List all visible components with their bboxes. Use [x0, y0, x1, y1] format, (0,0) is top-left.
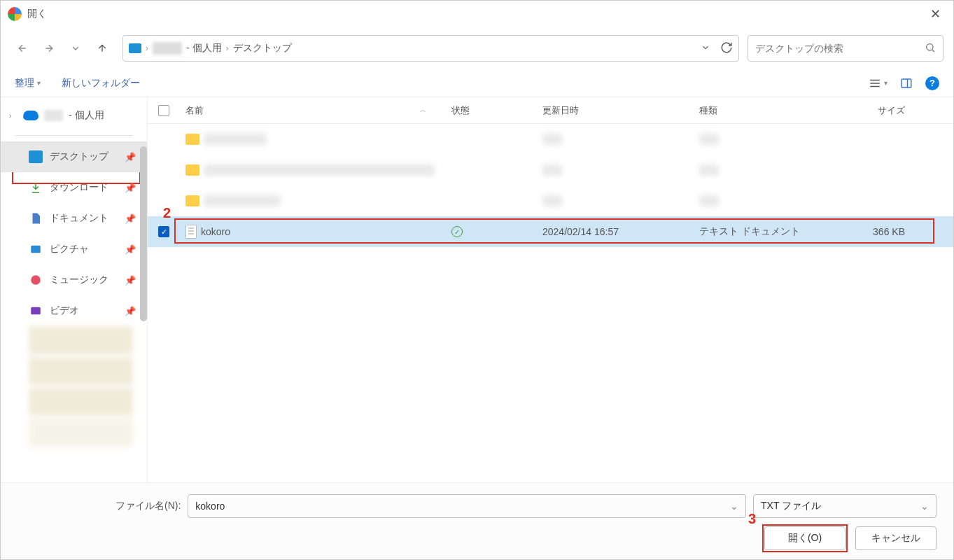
column-type[interactable]: 種類	[694, 104, 827, 117]
file-type: テキスト ドキュメント	[694, 225, 827, 238]
chevron-down-icon[interactable]: ⌄	[730, 500, 738, 512]
text-file-icon	[185, 225, 197, 239]
sidebar-item-documents[interactable]: ドキュメント 📌	[1, 203, 147, 234]
file-list-header: 名前︿ 状態 更新日時 種類 サイズ	[148, 97, 953, 124]
sidebar-item-pictures[interactable]: ピクチャ 📌	[1, 234, 147, 265]
pc-icon	[129, 43, 141, 53]
folder-icon	[185, 164, 199, 176]
file-size: 366 KB	[827, 226, 911, 237]
file-type-filter[interactable]: TXT ファイル ⌄	[753, 494, 937, 518]
svg-rect-1	[902, 79, 911, 88]
music-icon	[29, 274, 43, 286]
view-mode-button[interactable]: ▾	[869, 77, 888, 90]
filter-value: TXT ファイル	[761, 500, 821, 512]
breadcrumb-desktop[interactable]: デスクトップ	[233, 42, 292, 55]
pin-icon[interactable]: 📌	[125, 306, 136, 316]
new-folder-button[interactable]: 新しいフォルダー	[62, 77, 140, 90]
column-date[interactable]: 更新日時	[537, 104, 694, 117]
sidebar: › x - 個人用 1 デスクトップ 📌 ダウンロード 📌 ドキュメント 📌 ピ…	[1, 97, 148, 482]
filename-input[interactable]: kokoro ⌄	[188, 494, 746, 518]
chevron-right-icon: ›	[146, 43, 148, 53]
column-status[interactable]: 状態	[446, 104, 537, 117]
breadcrumb-user[interactable]: xx	[153, 42, 182, 55]
up-button[interactable]	[90, 36, 114, 60]
open-button[interactable]: 開く(O)	[764, 526, 846, 550]
svg-rect-4	[31, 307, 41, 315]
pin-icon[interactable]: 📌	[125, 152, 136, 162]
bottom-bar: ファイル名(N): kokoro ⌄ TXT ファイル ⌄ 3 開く(O) キャ…	[1, 482, 953, 559]
sidebar-item-music[interactable]: ミュージック 📌	[1, 265, 147, 295]
main-area: › x - 個人用 1 デスクトップ 📌 ダウンロード 📌 ドキュメント 📌 ピ…	[1, 97, 953, 482]
sidebar-item-label: ドキュメント	[50, 212, 108, 225]
file-row-blur[interactable]: xxxx xxxx xxxx	[148, 124, 953, 155]
svg-rect-2	[31, 246, 41, 253]
desktop-icon	[29, 150, 43, 163]
file-row-kokoro[interactable]: ✓ kokoro ✓ 2024/02/14 16:57 テキスト ドキュメント …	[148, 216, 953, 247]
breadcrumb-personal[interactable]: - 個人用	[186, 42, 222, 55]
sidebar-item-blur[interactable]	[29, 388, 133, 416]
forward-button[interactable]	[37, 36, 61, 60]
pin-icon[interactable]: 📌	[125, 275, 136, 286]
picture-icon	[29, 243, 43, 255]
document-icon	[29, 212, 43, 225]
organize-button[interactable]: 整理▾	[15, 77, 41, 90]
sidebar-item-label: ピクチャ	[50, 243, 89, 255]
search-icon[interactable]	[925, 42, 936, 55]
file-date: 2024/02/14 16:57	[537, 226, 694, 237]
annotation-3: 3	[748, 511, 756, 527]
chevron-right-icon[interactable]: ›	[9, 111, 17, 120]
sidebar-item-blur[interactable]	[29, 357, 133, 385]
recent-dropdown-icon[interactable]	[64, 36, 87, 60]
sidebar-item-videos[interactable]: ビデオ 📌	[1, 295, 147, 326]
chevron-down-icon[interactable]: ⌄	[920, 500, 929, 512]
navbar: › xx - 個人用 › デスクトップ	[1, 27, 953, 69]
sidebar-item-blur[interactable]	[29, 419, 133, 447]
sidebar-item-label: ミュージック	[50, 274, 108, 286]
select-all-checkbox[interactable]	[148, 105, 180, 116]
file-list: 名前︿ 状態 更新日時 種類 サイズ xxxx xxxx xxxx xxxx x…	[148, 97, 953, 482]
titlebar: 開く ✕	[1, 1, 953, 27]
close-icon[interactable]: ✕	[925, 4, 946, 24]
pin-icon[interactable]: 📌	[125, 183, 136, 193]
sync-ok-icon: ✓	[451, 226, 463, 237]
help-icon[interactable]: ?	[925, 76, 939, 90]
file-name: kokoro	[201, 226, 230, 237]
sidebar-item-label: デスクトップ	[50, 150, 108, 163]
toolbar: 整理▾ 新しいフォルダー ▾ ?	[1, 69, 953, 97]
sidebar-item-label: ビデオ	[50, 304, 79, 317]
chevron-right-icon: ›	[226, 43, 229, 53]
search-input[interactable]	[755, 43, 925, 54]
file-row-blur[interactable]: xxxx xxxx xxxx	[148, 155, 953, 186]
filename-value: kokoro	[195, 500, 225, 512]
row-checkbox[interactable]: ✓	[148, 226, 180, 237]
sidebar-item-downloads[interactable]: ダウンロード 📌	[1, 172, 147, 203]
svg-point-3	[31, 275, 41, 285]
tree-onedrive-label: - 個人用	[69, 109, 104, 122]
pin-icon[interactable]: 📌	[125, 244, 136, 255]
svg-point-0	[927, 43, 933, 50]
tree-onedrive[interactable]: › x - 個人用	[1, 102, 147, 130]
cancel-button[interactable]: キャンセル	[855, 526, 937, 550]
dialog-title: 開く	[27, 8, 47, 20]
folder-icon	[185, 134, 199, 145]
search-box[interactable]	[748, 35, 944, 62]
app-icon	[8, 7, 22, 21]
annotation-2: 2	[163, 205, 171, 221]
refresh-icon[interactable]	[720, 41, 733, 56]
download-icon	[29, 181, 43, 194]
file-row-blur[interactable]: xxxx xxxx xxxx	[148, 186, 953, 216]
scrollbar[interactable]	[140, 146, 147, 321]
tree-user-blur: x	[44, 110, 63, 121]
back-button[interactable]	[10, 36, 34, 60]
sidebar-item-blur[interactable]	[29, 326, 133, 354]
divider	[15, 135, 133, 136]
preview-pane-button[interactable]	[900, 77, 913, 90]
column-name[interactable]: 名前︿	[180, 104, 446, 117]
sidebar-item-label: ダウンロード	[50, 181, 108, 194]
address-bar[interactable]: › xx - 個人用 › デスクトップ	[122, 35, 739, 62]
column-size[interactable]: サイズ	[827, 104, 911, 117]
chevron-down-icon[interactable]	[701, 43, 710, 55]
sidebar-item-desktop[interactable]: デスクトップ 📌	[1, 141, 147, 172]
pin-icon[interactable]: 📌	[125, 214, 136, 224]
filename-label: ファイル名(N):	[115, 500, 181, 512]
